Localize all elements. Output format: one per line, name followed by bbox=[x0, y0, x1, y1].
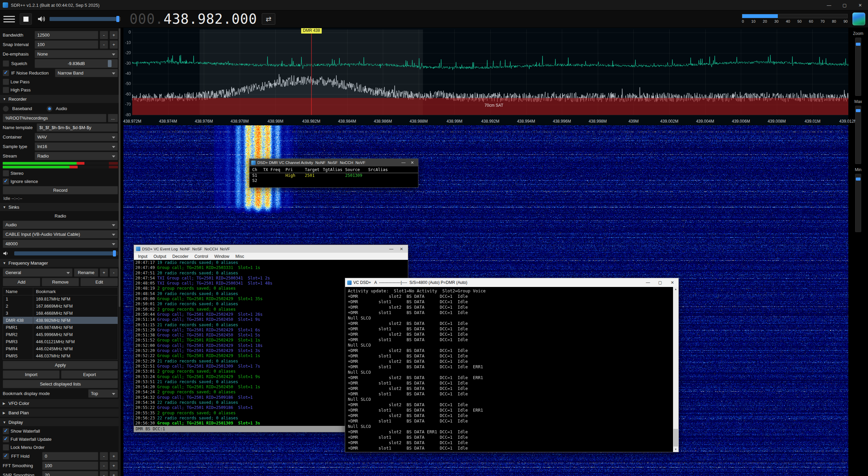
channel-row[interactable]: S1High25012501309 bbox=[250, 173, 418, 178]
channel-activity-titlebar[interactable]: DSD+ DMR VC Channel Activity NoNF NoSF N… bbox=[250, 159, 418, 166]
scroll-up-icon[interactable]: ▲ bbox=[673, 287, 678, 292]
deemphasis-dropdown[interactable]: None bbox=[35, 50, 118, 58]
close-button[interactable]: ✕ bbox=[852, 0, 868, 10]
sample-type-dropdown[interactable]: Int16 bbox=[35, 142, 118, 151]
retune-button[interactable]: ⇄ bbox=[262, 13, 275, 25]
fft-hold-checkbox[interactable] bbox=[3, 453, 9, 459]
volume-slider-handle[interactable] bbox=[116, 16, 119, 22]
add-list-button[interactable]: + bbox=[100, 268, 108, 277]
fft-hold-decrement-button[interactable]: - bbox=[100, 452, 108, 460]
menu-item-window[interactable]: Window bbox=[212, 254, 232, 259]
zoom-slider[interactable] bbox=[855, 38, 861, 96]
snr-smoothing-input[interactable]: 20 bbox=[42, 471, 98, 476]
menu-item-decoder[interactable]: Decoder bbox=[170, 254, 191, 259]
scroll-down-icon[interactable]: ▼ bbox=[673, 447, 678, 452]
sink-volume-handle[interactable] bbox=[113, 250, 116, 256]
fft-smoothing-input[interactable]: 100 bbox=[42, 461, 98, 470]
squelch-slider-grab[interactable] bbox=[108, 60, 112, 67]
bookmark-row[interactable]: 3168.4668MHz NFM bbox=[3, 310, 118, 317]
bookmark-row[interactable]: PMR2445.9996MHz NFM bbox=[3, 331, 118, 338]
vfo-color-section-header[interactable]: ▶ VFO Color bbox=[0, 399, 121, 407]
stop-button[interactable] bbox=[20, 13, 32, 25]
snap-interval-input[interactable]: 100 bbox=[35, 40, 98, 49]
bookmark-row[interactable]: PMR3446.01121MHz NFM bbox=[3, 338, 118, 345]
minimize-button[interactable]: — bbox=[821, 0, 837, 10]
lock-menu-order-checkbox[interactable] bbox=[3, 444, 9, 451]
squelch-slider[interactable]: -9.836dB bbox=[35, 59, 118, 68]
bookmark-row[interactable]: 2167.8669MHz NFM bbox=[3, 303, 118, 310]
bookmark-row[interactable]: PMR4446.0245MHz NFM bbox=[3, 345, 118, 352]
bandwidth-increment-button[interactable]: + bbox=[110, 31, 118, 39]
bookmark-list-dropdown[interactable]: General bbox=[3, 268, 73, 277]
sidebar-scrollbar[interactable] bbox=[119, 28, 120, 476]
sinks-section-header[interactable]: ▼ Sinks bbox=[0, 203, 121, 211]
bookmark-row[interactable]: PMR5446.037MHz NFM bbox=[3, 352, 118, 359]
volume-slider[interactable] bbox=[50, 17, 121, 21]
export-button[interactable]: Export bbox=[61, 370, 118, 379]
squelch-checkbox[interactable] bbox=[3, 60, 9, 67]
fft-smoothing-decrement-button[interactable]: - bbox=[100, 461, 108, 470]
minimize-button[interactable]: — bbox=[399, 160, 408, 165]
minimize-button[interactable]: — bbox=[642, 278, 654, 287]
snap-increment-button[interactable]: + bbox=[110, 40, 118, 49]
rename-list-button[interactable]: Rename bbox=[74, 268, 98, 277]
remove-list-button[interactable]: - bbox=[110, 268, 118, 277]
fft-spectrum[interactable] bbox=[123, 28, 848, 118]
display-section-header[interactable]: ▼ Display bbox=[0, 418, 121, 426]
select-displayed-lists-button[interactable]: Select displayed lists bbox=[3, 380, 118, 388]
import-button[interactable]: Import bbox=[3, 370, 60, 379]
bookmark-row[interactable]: 1169.817MHz NFM bbox=[3, 295, 118, 303]
sink-device-dropdown[interactable]: CABLE Input (VB-Audio Virtual Cable) bbox=[3, 230, 118, 239]
recording-path-input[interactable]: %ROOT%/recordings bbox=[3, 114, 106, 122]
ignore-silence-checkbox[interactable] bbox=[3, 178, 9, 185]
container-dropdown[interactable]: WAV bbox=[35, 133, 118, 141]
frequency-display[interactable]: 000.438.982.000 bbox=[130, 11, 257, 27]
menu-toggle-button[interactable] bbox=[3, 14, 15, 24]
if-noise-reduction-checkbox[interactable] bbox=[3, 70, 9, 76]
console-scrollbar[interactable]: ▲ ▼ bbox=[673, 287, 678, 452]
minimize-button[interactable]: — bbox=[386, 247, 396, 251]
max-slider[interactable] bbox=[855, 106, 861, 164]
min-slider-handle[interactable] bbox=[856, 178, 861, 181]
snap-decrement-button[interactable]: - bbox=[100, 40, 108, 49]
frequency-manager-section-header[interactable]: ▼ Frequency Manager bbox=[0, 259, 121, 267]
close-button[interactable]: ✕ bbox=[396, 247, 407, 251]
menu-item-misc[interactable]: Misc bbox=[233, 254, 247, 259]
sink-samplerate-dropdown[interactable]: 48000 bbox=[3, 240, 118, 248]
bandwidth-input[interactable]: 12500 bbox=[35, 31, 98, 39]
zoom-slider-handle[interactable] bbox=[856, 43, 861, 46]
menu-item-control[interactable]: Control bbox=[192, 254, 211, 259]
snr-smoothing-increment-button[interactable]: + bbox=[110, 471, 118, 476]
fft-smoothing-increment-button[interactable]: + bbox=[110, 461, 118, 470]
baseband-radio[interactable] bbox=[3, 106, 9, 112]
bookmark-display-mode-dropdown[interactable]: Top bbox=[88, 389, 118, 398]
console-output[interactable]: Activity update: Slot1=No Activity Slot2… bbox=[345, 287, 673, 452]
snr-smoothing-decrement-button[interactable]: - bbox=[100, 471, 108, 476]
channel-row[interactable]: S2 bbox=[250, 178, 418, 183]
frequency-value[interactable]: 438.982.000 bbox=[163, 11, 257, 27]
record-button[interactable]: Record bbox=[3, 186, 118, 194]
apply-button[interactable]: Apply bbox=[3, 361, 118, 369]
show-waterfall-checkbox[interactable] bbox=[3, 428, 9, 434]
event-log-titlebar[interactable]: DSD+ VC Event Log NoNF NoSF NoCCH NoVF —… bbox=[134, 245, 408, 253]
min-slider[interactable] bbox=[855, 174, 861, 232]
browse-path-button[interactable]: ... bbox=[108, 114, 118, 122]
maximize-button[interactable]: ▢ bbox=[837, 0, 852, 10]
full-waterfall-update-checkbox[interactable] bbox=[3, 436, 9, 442]
remove-bookmark-button[interactable]: Remove bbox=[42, 278, 79, 286]
menu-item-input[interactable]: Input bbox=[135, 254, 150, 259]
bookmark-row[interactable]: DMR 438438.982MHz NFM bbox=[3, 317, 118, 324]
maximize-button[interactable]: ▢ bbox=[654, 278, 666, 287]
stereo-checkbox[interactable] bbox=[3, 170, 9, 177]
band-plan-section-header[interactable]: ▶ Band Plan bbox=[0, 409, 121, 417]
close-button[interactable]: ✕ bbox=[408, 160, 417, 165]
bandwidth-decrement-button[interactable]: - bbox=[100, 31, 108, 39]
fft-hold-increment-button[interactable]: + bbox=[110, 452, 118, 460]
low-pass-checkbox[interactable] bbox=[3, 79, 9, 85]
sink-volume-slider[interactable] bbox=[14, 251, 118, 255]
audio-radio[interactable] bbox=[46, 106, 53, 112]
high-pass-checkbox[interactable] bbox=[3, 87, 9, 93]
console-titlebar[interactable]: VC DSD+ A ----------------|---- S/S=4800… bbox=[345, 278, 678, 287]
scrollbar-thumb[interactable] bbox=[673, 429, 678, 447]
max-slider-handle[interactable] bbox=[856, 109, 861, 112]
